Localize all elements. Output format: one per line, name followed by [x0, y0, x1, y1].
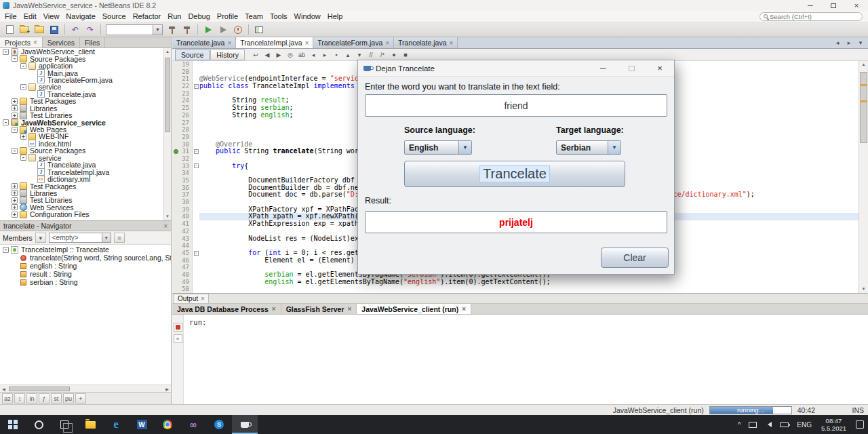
close-icon[interactable]: × — [304, 39, 309, 47]
profile-project-button[interactable] — [231, 23, 245, 36]
translate-button[interactable]: Trancelate — [404, 161, 625, 187]
editor-scrollbar[interactable]: ▲ ▼ — [859, 61, 868, 293]
debug-project-button[interactable] — [216, 23, 230, 36]
volume-button[interactable] — [761, 415, 776, 434]
notifications-button[interactable] — [852, 415, 868, 434]
collapse-icon[interactable]: - — [3, 49, 9, 55]
collapse-icon[interactable]: - — [12, 127, 18, 133]
close-icon[interactable]: × — [462, 305, 466, 313]
expand-icon[interactable]: + — [12, 204, 18, 210]
quick-search[interactable] — [760, 12, 863, 21]
toggle-bookmark-icon[interactable]: ▪ — [331, 50, 342, 60]
scroll-right-icon[interactable]: ▶ — [163, 387, 171, 391]
undo-button[interactable]: ↶ — [68, 23, 82, 36]
code-line-50[interactable]: 50 — [172, 285, 859, 293]
editor-tab-trancelate-java-0[interactable]: Trancelate.java× — [172, 37, 236, 48]
menu-refactor[interactable]: Refactor — [130, 12, 165, 21]
chevron-down-icon[interactable]: ▾ — [35, 233, 46, 243]
back-icon[interactable]: ◀ — [262, 50, 273, 60]
editor-tab-trancelateform-java-2[interactable]: TrancelateForm.java× — [313, 37, 394, 48]
close-icon[interactable]: × — [449, 39, 453, 47]
fold-collapse-icon[interactable]: - — [194, 163, 199, 168]
edge-button[interactable]: e — [103, 415, 129, 434]
run-project-button[interactable] — [201, 23, 215, 36]
editor-tab-trancelateimpl-java-1[interactable]: TrancelateImpl.java× — [236, 37, 313, 48]
tree-item-test-packages[interactable]: +Test Packages — [0, 98, 163, 104]
new-file-button[interactable] — [3, 23, 16, 36]
task-view-button[interactable] — [52, 415, 77, 434]
scroll-down-icon[interactable]: ▼ — [859, 285, 868, 293]
tree-item-test-libraries[interactable]: +Test Libraries — [0, 197, 163, 203]
start-button[interactable] — [0, 415, 26, 434]
close-icon[interactable]: × — [348, 305, 352, 313]
scroll-thumb[interactable] — [9, 387, 70, 391]
sort-source-icon[interactable]: ↕ — [14, 393, 25, 403]
navigator-filter-select[interactable]: <empty> ▼ — [49, 233, 111, 243]
tree-item-web-pages[interactable]: -Web Pages — [0, 126, 163, 133]
fold-collapse-icon[interactable]: - — [194, 84, 199, 89]
find-selection-icon[interactable]: ◎ — [285, 50, 296, 60]
navigator-settings-icon[interactable]: ≡ — [114, 233, 125, 243]
highlight-icon[interactable]: ab — [296, 50, 307, 60]
output-tab-java-db-database-process[interactable]: Java DB Database Process× — [172, 304, 281, 314]
expand-icon[interactable]: + — [12, 197, 18, 203]
clean-build-button[interactable] — [180, 23, 194, 36]
expand-icon[interactable]: + — [12, 212, 18, 218]
chrome-button[interactable] — [155, 415, 180, 434]
output-tab-javawebservice-client-run[interactable]: JavaWebService_client (run)× — [357, 304, 471, 314]
collapse-icon[interactable]: - — [20, 84, 26, 90]
show-public-icon[interactable]: pu — [63, 393, 74, 403]
tree-item-source-packages[interactable]: -Source Packages — [0, 147, 163, 154]
nav-item-english-string[interactable]: english : String — [0, 262, 171, 270]
macro-start-icon[interactable]: ● — [389, 50, 399, 60]
show-fields-icon[interactable]: ƒ — [39, 393, 50, 403]
scroll-down-icon[interactable]: ▼ — [164, 213, 171, 220]
expand-icon[interactable]: + — [12, 190, 18, 196]
search-button[interactable] — [26, 415, 52, 434]
previous-bookmark-icon[interactable]: ◂ — [308, 50, 319, 60]
save-all-button[interactable] — [47, 23, 61, 36]
projects-scrollbar[interactable]: ▲ ▼ — [163, 48, 171, 220]
nav-item-trancelateimpl-trancelate[interactable]: -TrancelateImpl :: Trancelate — [0, 245, 171, 254]
close-icon[interactable]: × — [163, 222, 167, 230]
clock[interactable]: 08:47 5.5.2021 — [816, 417, 852, 432]
show-static-icon[interactable]: st — [51, 393, 62, 403]
expand-icon[interactable]: + — [12, 105, 18, 111]
close-icon[interactable]: × — [33, 39, 37, 46]
word-button[interactable]: W — [129, 415, 155, 434]
tree-item-libraries[interactable]: +Libraries — [0, 105, 163, 112]
menu-tools[interactable]: Tools — [267, 12, 291, 21]
menu-run[interactable]: Run — [164, 12, 184, 21]
menu-profile[interactable]: Profile — [214, 12, 241, 21]
battery-button[interactable] — [776, 415, 793, 434]
scroll-up-icon[interactable]: ▲ — [164, 48, 171, 56]
maximize-button[interactable] — [822, 0, 845, 11]
tree-item-web-inf[interactable]: +WEB-INF — [0, 133, 163, 140]
collapse-icon[interactable]: - — [12, 56, 18, 62]
expand-icon[interactable]: + — [12, 98, 18, 104]
output-tab-glassfish-server[interactable]: GlassFish Server× — [281, 304, 357, 314]
menu-edit[interactable]: Edit — [20, 12, 40, 21]
language-button[interactable]: ENG — [793, 415, 816, 434]
config-select[interactable]: ▼ — [106, 24, 163, 35]
menu-file[interactable]: File — [1, 12, 20, 21]
fold-column[interactable]: - — [193, 163, 199, 170]
word-input[interactable]: friend — [365, 94, 667, 117]
scroll-tabs-right-icon[interactable]: ▸ — [844, 38, 854, 48]
new-project-button[interactable] — [18, 23, 31, 36]
tree-item-test-packages[interactable]: +Test Packages — [0, 182, 163, 189]
skype-button[interactable]: S — [206, 415, 232, 434]
minimize-button[interactable] — [799, 0, 822, 11]
sort-alpha-icon[interactable]: az — [2, 393, 13, 403]
scroll-thumb[interactable] — [860, 72, 867, 143]
menu-window[interactable]: Window — [291, 12, 324, 21]
scroll-up-icon[interactable]: ▲ — [859, 61, 868, 68]
expand-icon[interactable]: + — [12, 113, 18, 119]
source-language-select[interactable]: English ▼ — [404, 140, 472, 155]
expand-all-icon[interactable]: + — [75, 393, 86, 403]
next-error-icon[interactable]: ▾ — [354, 50, 365, 60]
menu-navigate[interactable]: Navigate — [62, 12, 98, 21]
fold-column[interactable]: - — [193, 83, 199, 90]
netbeans-taskbar-button[interactable] — [232, 415, 258, 434]
menu-team[interactable]: Team — [241, 12, 267, 21]
